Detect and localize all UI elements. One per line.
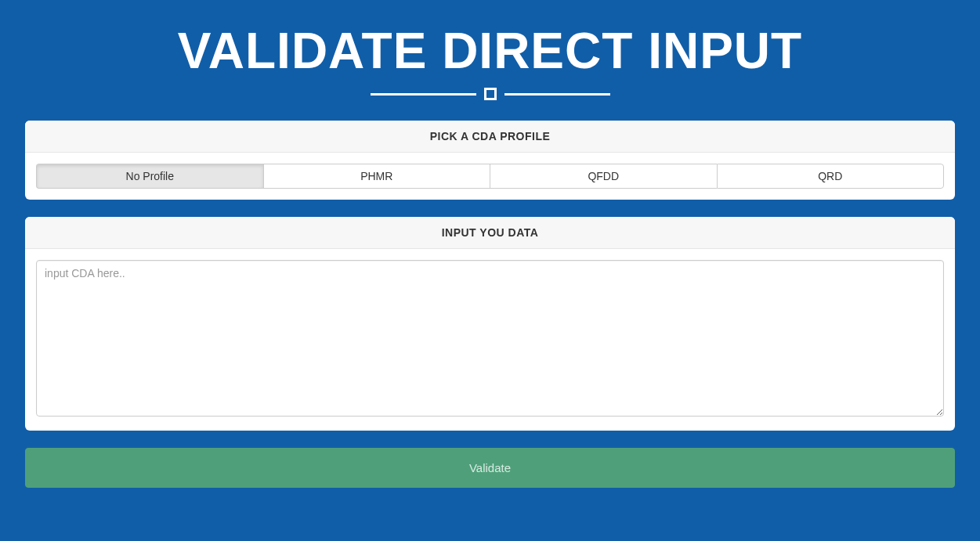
profile-button-group: No Profile PHMR QFDD QRD xyxy=(36,164,944,189)
input-panel-header: INPUT YOU DATA xyxy=(25,217,955,249)
divider-line-left xyxy=(371,93,476,96)
profile-panel-body: No Profile PHMR QFDD QRD xyxy=(25,153,955,200)
title-divider xyxy=(25,88,955,100)
profile-option-no-profile[interactable]: No Profile xyxy=(36,164,263,189)
divider-square-icon xyxy=(484,88,497,100)
profile-option-phmr[interactable]: PHMR xyxy=(263,164,490,189)
validate-button[interactable]: Validate xyxy=(25,448,955,488)
profile-panel: PICK A CDA PROFILE No Profile PHMR QFDD … xyxy=(25,121,955,200)
profile-option-qfdd[interactable]: QFDD xyxy=(490,164,717,189)
cda-input-textarea[interactable] xyxy=(36,260,944,417)
input-panel-body xyxy=(25,249,955,431)
divider-line-right xyxy=(504,93,610,96)
profile-panel-header: PICK A CDA PROFILE xyxy=(25,121,955,153)
page-title: VALIDATE DIRECT INPUT xyxy=(25,0,955,88)
profile-option-qrd[interactable]: QRD xyxy=(717,164,945,189)
input-panel: INPUT YOU DATA xyxy=(25,217,955,431)
